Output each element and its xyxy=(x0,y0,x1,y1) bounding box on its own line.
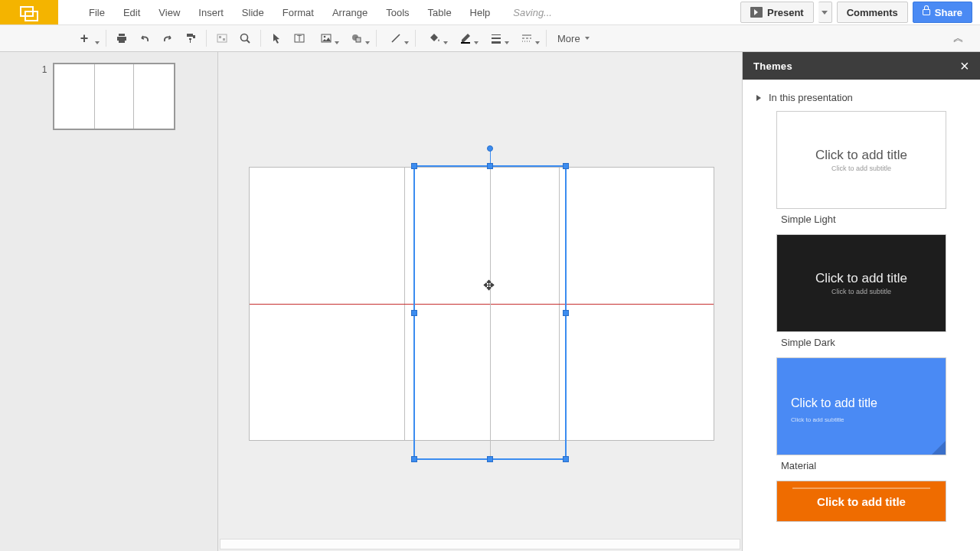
svg-rect-0 xyxy=(217,34,227,42)
svg-point-3 xyxy=(241,34,248,41)
themes-title: Themes xyxy=(753,60,792,72)
theme-preview-title: Click to add title xyxy=(815,148,907,163)
theme-card-material[interactable]: Click to add title Click to add subtitle xyxy=(776,357,946,455)
svg-rect-12 xyxy=(461,42,470,44)
menu-table[interactable]: Table xyxy=(419,4,461,21)
rotate-handle[interactable] xyxy=(487,145,493,152)
share-label: Share xyxy=(935,7,962,18)
theme-card-simple-light[interactable]: Click to add title Click to add subtitle xyxy=(776,111,946,209)
resize-handle[interactable] xyxy=(563,310,569,316)
theme-name: Material xyxy=(781,460,969,471)
chevron-down-icon xyxy=(404,41,409,44)
workspace: 1 xyxy=(0,52,980,551)
fit-button[interactable] xyxy=(211,28,233,49)
resize-handle[interactable] xyxy=(563,163,569,169)
share-button[interactable]: Share xyxy=(913,2,972,23)
select-tool[interactable] xyxy=(266,28,287,49)
svg-line-11 xyxy=(392,34,400,42)
redo-button[interactable] xyxy=(157,28,178,49)
more-label: More xyxy=(557,33,580,44)
svg-rect-14 xyxy=(492,37,501,39)
menubar: File Edit View Insert Slide Format Arran… xyxy=(0,0,980,24)
zoom-icon xyxy=(239,32,251,44)
undo-button[interactable] xyxy=(134,28,155,49)
slide-thumbnail[interactable] xyxy=(53,63,175,130)
pencil-icon xyxy=(459,32,472,44)
menu-arrange[interactable]: Arrange xyxy=(323,4,377,21)
line-dash-icon xyxy=(521,32,533,44)
theme-name: Simple Light xyxy=(781,214,969,225)
slide-canvas[interactable]: ✥ xyxy=(218,52,743,551)
menu-help[interactable]: Help xyxy=(461,4,500,21)
toolbar: + T xyxy=(66,24,980,52)
close-icon[interactable]: × xyxy=(960,57,969,75)
line-icon xyxy=(390,32,402,44)
resize-handle[interactable] xyxy=(411,310,417,316)
svg-rect-1 xyxy=(219,36,221,38)
line-weight-button[interactable] xyxy=(482,28,511,49)
collapse-toolbar-button[interactable]: ︽ xyxy=(948,28,969,49)
chevron-down-icon xyxy=(443,41,448,44)
paint-format-button[interactable] xyxy=(180,28,201,49)
theme-preview-title: Click to add title xyxy=(815,271,907,286)
menu-view[interactable]: View xyxy=(149,4,189,21)
present-button[interactable]: Present xyxy=(740,2,814,23)
paint-bucket-icon xyxy=(429,32,441,44)
slide-thumbnail-1[interactable]: 1 xyxy=(42,63,176,130)
menu-file[interactable]: File xyxy=(80,4,114,21)
cursor-icon xyxy=(270,32,283,44)
menu-edit[interactable]: Edit xyxy=(114,4,149,21)
chevron-down-icon xyxy=(585,37,590,40)
chevron-down-icon xyxy=(335,41,339,44)
resize-handle[interactable] xyxy=(563,456,569,462)
theme-preview-subtitle: Click to add subtitle xyxy=(831,165,891,172)
resize-handle[interactable] xyxy=(487,163,493,169)
present-dropdown[interactable] xyxy=(818,2,832,23)
menu-list: File Edit View Insert Slide Format Arran… xyxy=(80,4,499,21)
image-icon xyxy=(320,32,332,44)
play-icon xyxy=(750,7,763,18)
themes-section-header[interactable]: In this presentation xyxy=(756,92,969,103)
more-button[interactable]: More xyxy=(551,28,596,49)
new-slide-button[interactable]: + xyxy=(72,28,101,49)
resize-handle[interactable] xyxy=(411,163,417,169)
print-button[interactable] xyxy=(111,28,132,49)
svg-rect-10 xyxy=(356,37,361,42)
toolbar-separator xyxy=(415,30,416,47)
line-dash-button[interactable] xyxy=(512,28,541,49)
printer-icon xyxy=(116,32,128,44)
menu-insert[interactable]: Insert xyxy=(189,4,233,21)
line-color-button[interactable] xyxy=(451,28,480,49)
themes-list[interactable]: In this presentation Click to add title … xyxy=(743,80,980,551)
theme-card-simple-dark[interactable]: Click to add title Click to add subtitle xyxy=(776,234,946,332)
svg-text:T: T xyxy=(297,34,302,43)
menu-slide[interactable]: Slide xyxy=(233,4,273,21)
resize-handle[interactable] xyxy=(411,456,417,462)
toolbar-separator xyxy=(546,30,547,47)
selected-shape[interactable] xyxy=(413,165,567,460)
svg-line-4 xyxy=(247,41,250,44)
themes-header: Themes × xyxy=(743,52,980,80)
shape-tool[interactable] xyxy=(342,28,371,49)
resize-handle[interactable] xyxy=(487,456,493,462)
page-fold-icon xyxy=(932,441,946,455)
canvas-scrollbar[interactable] xyxy=(220,539,740,549)
save-status: Saving... xyxy=(513,7,552,18)
menu-tools[interactable]: Tools xyxy=(377,4,418,21)
shape-icon xyxy=(351,32,363,44)
chevron-down-icon xyxy=(822,11,828,15)
comments-button[interactable]: Comments xyxy=(837,2,908,23)
redo-icon xyxy=(162,32,174,44)
google-slides-app: File Edit View Insert Slide Format Arran… xyxy=(0,0,980,551)
app-logo[interactable] xyxy=(0,0,58,24)
caret-right-icon xyxy=(756,95,761,101)
fill-color-button[interactable] xyxy=(420,28,449,49)
image-tool[interactable] xyxy=(312,28,341,49)
zoom-button[interactable] xyxy=(234,28,256,49)
theme-card-orange[interactable]: Click to add title xyxy=(776,481,946,522)
textbox-tool[interactable]: T xyxy=(289,28,310,49)
present-label: Present xyxy=(767,7,804,18)
line-tool[interactable] xyxy=(381,28,410,49)
menu-format[interactable]: Format xyxy=(273,4,323,21)
slide-filmstrip[interactable]: 1 xyxy=(0,52,218,551)
